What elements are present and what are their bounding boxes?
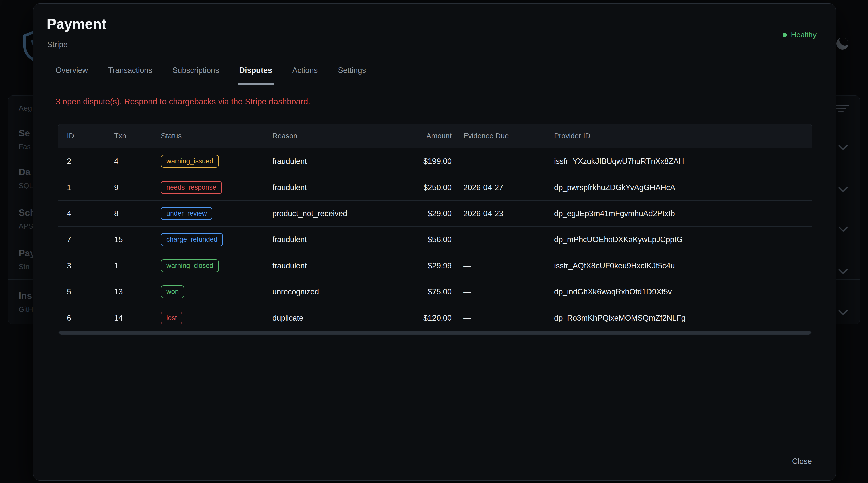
tab-settings[interactable]: Settings	[338, 66, 366, 75]
close-button[interactable]: Close	[787, 454, 817, 469]
cell-provider: dp_pwrspfrkhuZDGkYvAgGHAHcA	[545, 183, 812, 192]
cell-amount: $250.00	[389, 183, 455, 192]
status-badge: warning_issued	[161, 155, 219, 168]
table-row: 24warning_issuedfraudulent$199.00—issfr_…	[58, 148, 812, 174]
cell-amount: $29.99	[389, 261, 455, 270]
cell-due: 2026-04-23	[455, 209, 545, 218]
chevron-down-icon[interactable]	[838, 309, 849, 316]
modal-title: Payment	[47, 15, 106, 32]
status-badge: lost	[161, 312, 182, 325]
cell-amount: $199.00	[389, 157, 455, 166]
tab-disputes[interactable]: Disputes	[239, 66, 272, 75]
cell-amount: $29.00	[389, 209, 455, 218]
chevron-down-icon[interactable]	[838, 226, 849, 233]
cell-status: lost	[152, 312, 264, 325]
column-header-status: Status	[152, 132, 264, 140]
cell-id: 5	[58, 287, 105, 296]
background-panel-title: Aeg	[19, 104, 32, 112]
cell-due: —	[455, 314, 545, 323]
cell-due: 2026-04-27	[455, 183, 545, 192]
cell-id: 4	[58, 209, 105, 218]
cell-status: needs_response	[152, 181, 264, 194]
cell-due: —	[455, 287, 545, 296]
status-badge: under_review	[161, 207, 212, 220]
cell-id: 7	[58, 235, 105, 244]
status-badge: warning_closed	[161, 259, 219, 272]
cell-reason: unrecognized	[264, 287, 389, 296]
table-row: 513wonunrecognized$75.00—dp_indGhXk6waqR…	[58, 279, 812, 305]
cell-txn: 1	[105, 261, 152, 270]
chevron-down-icon[interactable]	[838, 144, 849, 151]
cell-provider: dp_egJEp3m41mFgvmhuAd2PtxIb	[545, 209, 812, 218]
table-header-row: IDTxnStatusReasonAmountEvidence DueProvi…	[58, 124, 812, 148]
modal-subtitle: Stripe	[47, 40, 68, 49]
status-badge: won	[161, 285, 184, 298]
cell-txn: 13	[105, 287, 152, 296]
chevron-down-icon[interactable]	[838, 268, 849, 275]
cell-reason: fraudulent	[264, 261, 389, 270]
cell-txn: 15	[105, 235, 152, 244]
cell-reason: duplicate	[264, 314, 389, 323]
health-status-badge: Healthy	[783, 31, 816, 39]
cell-due: —	[455, 235, 545, 244]
cell-txn: 14	[105, 314, 152, 323]
table-row: 48under_reviewproduct_not_received$29.00…	[58, 200, 812, 226]
cell-amount: $120.00	[389, 314, 455, 323]
cell-due: —	[455, 261, 545, 270]
active-tab-indicator	[238, 83, 274, 85]
cell-provider: dp_mPhcUOEhoDXKaKywLpJCpptG	[545, 235, 812, 244]
cell-status: won	[152, 285, 264, 298]
table-row: 614lostduplicate$120.00—dp_Ro3mKhPQlxeMO…	[58, 305, 812, 331]
cell-amount: $75.00	[389, 287, 455, 296]
cell-txn: 4	[105, 157, 152, 166]
column-header-txn: Txn	[105, 132, 152, 140]
cell-provider: issfr_AQfX8cUF0keu9HxcIKJf5c4u	[545, 261, 812, 270]
cell-txn: 9	[105, 183, 152, 192]
column-header-due: Evidence Due	[455, 132, 545, 140]
cell-reason: fraudulent	[264, 183, 389, 192]
status-badge: charge_refunded	[161, 233, 223, 246]
health-label: Healthy	[791, 31, 816, 39]
tab-transactions[interactable]: Transactions	[108, 66, 152, 75]
cell-provider: dp_indGhXk6waqRxhOfd1D9Xf5v	[545, 287, 812, 296]
moon-icon[interactable]	[836, 38, 848, 50]
tabs-divider	[45, 85, 824, 85]
table-row: 715charge_refundedfraudulent$56.00—dp_mP…	[58, 226, 812, 253]
cell-amount: $56.00	[389, 235, 455, 244]
disputes-table: IDTxnStatusReasonAmountEvidence DueProvi…	[58, 124, 812, 335]
health-dot-icon	[783, 33, 787, 37]
cell-id: 1	[58, 183, 105, 192]
cell-provider: issfr_YXzukJIBUqwU7huRTnXx8ZAH	[545, 157, 812, 166]
cell-status: warning_closed	[152, 259, 264, 272]
status-badge: needs_response	[161, 181, 222, 194]
cell-reason: fraudulent	[264, 235, 389, 244]
tabs: OverviewTransactionsSubscriptionsDispute…	[45, 61, 824, 85]
chevron-down-icon[interactable]	[838, 186, 849, 193]
column-header-provider: Provider ID	[545, 132, 812, 140]
table-row: 31warning_closedfraudulent$29.99—issfr_A…	[58, 253, 812, 279]
cell-id: 3	[58, 261, 105, 270]
tabs-row: OverviewTransactionsSubscriptionsDispute…	[45, 61, 824, 85]
cell-reason: product_not_received	[264, 209, 389, 218]
payment-integration-modal: Payment Stripe Healthy OverviewTransacti…	[33, 3, 836, 481]
tab-overview[interactable]: Overview	[56, 66, 88, 75]
cell-reason: fraudulent	[264, 157, 389, 166]
cell-txn: 8	[105, 209, 152, 218]
tab-actions[interactable]: Actions	[292, 66, 318, 75]
table-horizontal-scrollbar[interactable]	[59, 331, 811, 334]
column-header-id: ID	[58, 132, 105, 140]
tab-subscriptions[interactable]: Subscriptions	[173, 66, 219, 75]
cell-id: 6	[58, 314, 105, 323]
cell-status: under_review	[152, 207, 264, 220]
cell-due: —	[455, 157, 545, 166]
cell-status: warning_issued	[152, 155, 264, 168]
cell-provider: dp_Ro3mKhPQlxeMOMSQmZf2NLFg	[545, 314, 812, 323]
column-header-amount: Amount	[389, 132, 455, 140]
open-disputes-alert: 3 open dispute(s). Respond to chargeback…	[56, 97, 310, 106]
cell-status: charge_refunded	[152, 233, 264, 246]
cell-id: 2	[58, 157, 105, 166]
column-header-reason: Reason	[264, 132, 389, 140]
table-row: 19needs_responsefraudulent$250.002026-04…	[58, 174, 812, 200]
